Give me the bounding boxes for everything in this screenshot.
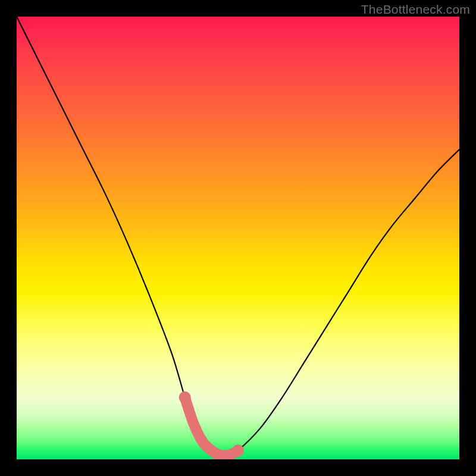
main-curve: [17, 17, 459, 456]
curve-svg: [17, 17, 459, 459]
valley-end-dot: [179, 392, 191, 403]
chart-frame: TheBottleneck.com: [0, 0, 476, 476]
plot-area: [17, 17, 459, 459]
watermark-text: TheBottleneck.com: [361, 2, 470, 17]
valley-highlight: [185, 397, 238, 456]
valley-end-dot: [232, 444, 244, 456]
